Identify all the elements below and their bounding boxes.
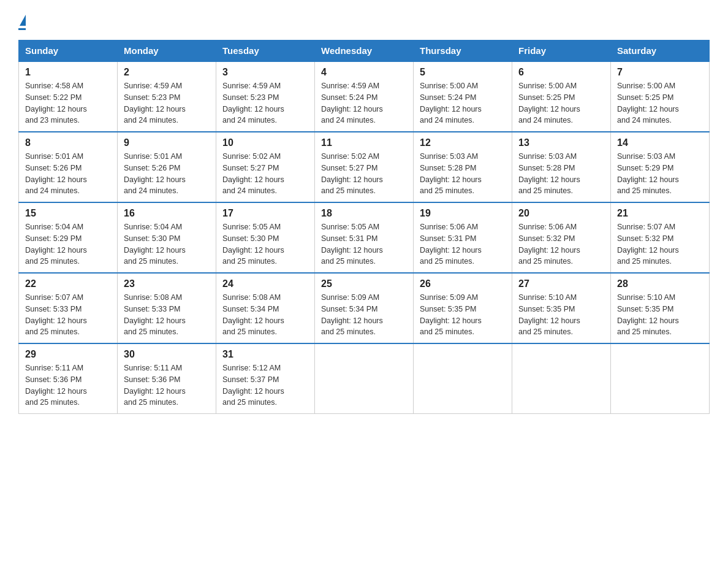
calendar-week-row: 22Sunrise: 5:07 AMSunset: 5:33 PMDayligh… <box>19 273 710 343</box>
day-number: 8 <box>25 137 111 148</box>
day-info: Sunrise: 5:11 AMSunset: 5:36 PMDaylight:… <box>25 362 111 408</box>
day-number: 1 <box>25 67 111 78</box>
calendar-day-cell: 6Sunrise: 5:00 AMSunset: 5:25 PMDaylight… <box>512 61 611 132</box>
day-info: Sunrise: 5:03 AMSunset: 5:29 PMDaylight:… <box>617 151 703 197</box>
calendar-day-cell: 4Sunrise: 4:59 AMSunset: 5:24 PMDaylight… <box>315 61 414 132</box>
day-info: Sunrise: 5:05 AMSunset: 5:30 PMDaylight:… <box>222 221 308 267</box>
day-number: 12 <box>420 137 506 148</box>
calendar-header-row: SundayMondayTuesdayWednesdayThursdayFrid… <box>19 40 710 62</box>
day-info: Sunrise: 5:10 AMSunset: 5:35 PMDaylight:… <box>518 292 604 338</box>
logo-triangle-icon <box>20 15 26 26</box>
day-number: 9 <box>124 137 210 148</box>
day-info: Sunrise: 5:11 AMSunset: 5:36 PMDaylight:… <box>124 362 210 408</box>
calendar-day-cell: 14Sunrise: 5:03 AMSunset: 5:29 PMDayligh… <box>611 132 710 202</box>
calendar-day-cell: 29Sunrise: 5:11 AMSunset: 5:36 PMDayligh… <box>19 343 118 414</box>
day-info: Sunrise: 5:08 AMSunset: 5:33 PMDaylight:… <box>124 292 210 338</box>
calendar-day-cell: 12Sunrise: 5:03 AMSunset: 5:28 PMDayligh… <box>414 132 512 202</box>
day-info: Sunrise: 4:58 AMSunset: 5:22 PMDaylight:… <box>25 80 111 126</box>
day-number: 16 <box>124 208 210 219</box>
calendar-day-cell: 2Sunrise: 4:59 AMSunset: 5:23 PMDaylight… <box>118 61 216 132</box>
day-info: Sunrise: 5:02 AMSunset: 5:27 PMDaylight:… <box>321 151 407 197</box>
day-info: Sunrise: 5:02 AMSunset: 5:27 PMDaylight:… <box>222 151 308 197</box>
column-header-friday: Friday <box>512 40 611 62</box>
column-header-tuesday: Tuesday <box>216 40 315 62</box>
day-info: Sunrise: 5:03 AMSunset: 5:28 PMDaylight:… <box>420 151 506 197</box>
day-info: Sunrise: 5:09 AMSunset: 5:35 PMDaylight:… <box>420 292 506 338</box>
column-header-saturday: Saturday <box>611 40 710 62</box>
calendar-day-cell: 9Sunrise: 5:01 AMSunset: 5:26 PMDaylight… <box>118 132 216 202</box>
calendar-day-cell: 5Sunrise: 5:00 AMSunset: 5:24 PMDaylight… <box>414 61 512 132</box>
day-info: Sunrise: 5:06 AMSunset: 5:32 PMDaylight:… <box>518 221 604 267</box>
day-number: 25 <box>321 278 407 289</box>
day-number: 11 <box>321 137 407 148</box>
column-header-wednesday: Wednesday <box>315 40 414 62</box>
day-number: 20 <box>518 208 604 219</box>
calendar-day-cell <box>512 343 611 414</box>
day-info: Sunrise: 5:03 AMSunset: 5:28 PMDaylight:… <box>518 151 604 197</box>
calendar-day-cell: 13Sunrise: 5:03 AMSunset: 5:28 PMDayligh… <box>512 132 611 202</box>
day-info: Sunrise: 5:12 AMSunset: 5:37 PMDaylight:… <box>222 362 308 408</box>
day-number: 3 <box>222 67 308 78</box>
day-number: 31 <box>222 349 308 360</box>
logo-underline <box>18 28 26 30</box>
calendar-day-cell: 27Sunrise: 5:10 AMSunset: 5:35 PMDayligh… <box>512 273 611 343</box>
calendar-day-cell: 18Sunrise: 5:05 AMSunset: 5:31 PMDayligh… <box>315 202 414 273</box>
day-number: 29 <box>25 349 111 360</box>
day-info: Sunrise: 5:05 AMSunset: 5:31 PMDaylight:… <box>321 221 407 267</box>
calendar-day-cell: 19Sunrise: 5:06 AMSunset: 5:31 PMDayligh… <box>414 202 512 273</box>
day-number: 21 <box>617 208 703 219</box>
day-info: Sunrise: 5:06 AMSunset: 5:31 PMDaylight:… <box>420 221 506 267</box>
day-number: 18 <box>321 208 407 219</box>
calendar-day-cell: 25Sunrise: 5:09 AMSunset: 5:34 PMDayligh… <box>315 273 414 343</box>
day-number: 7 <box>617 67 703 78</box>
day-number: 2 <box>124 67 210 78</box>
calendar-day-cell: 11Sunrise: 5:02 AMSunset: 5:27 PMDayligh… <box>315 132 414 202</box>
day-info: Sunrise: 5:00 AMSunset: 5:25 PMDaylight:… <box>617 80 703 126</box>
day-number: 14 <box>617 137 703 148</box>
column-header-monday: Monday <box>118 40 216 62</box>
day-info: Sunrise: 5:00 AMSunset: 5:25 PMDaylight:… <box>518 80 604 126</box>
calendar-day-cell: 15Sunrise: 5:04 AMSunset: 5:29 PMDayligh… <box>19 202 118 273</box>
day-number: 17 <box>222 208 308 219</box>
day-number: 30 <box>124 349 210 360</box>
day-info: Sunrise: 5:00 AMSunset: 5:24 PMDaylight:… <box>420 80 506 126</box>
calendar-day-cell: 23Sunrise: 5:08 AMSunset: 5:33 PMDayligh… <box>118 273 216 343</box>
day-info: Sunrise: 4:59 AMSunset: 5:23 PMDaylight:… <box>124 80 210 126</box>
calendar-day-cell: 16Sunrise: 5:04 AMSunset: 5:30 PMDayligh… <box>118 202 216 273</box>
calendar-week-row: 15Sunrise: 5:04 AMSunset: 5:29 PMDayligh… <box>19 202 710 273</box>
day-info: Sunrise: 5:04 AMSunset: 5:29 PMDaylight:… <box>25 221 111 267</box>
day-number: 4 <box>321 67 407 78</box>
calendar-day-cell: 21Sunrise: 5:07 AMSunset: 5:32 PMDayligh… <box>611 202 710 273</box>
day-info: Sunrise: 5:10 AMSunset: 5:35 PMDaylight:… <box>617 292 703 338</box>
calendar-week-row: 8Sunrise: 5:01 AMSunset: 5:26 PMDaylight… <box>19 132 710 202</box>
column-header-thursday: Thursday <box>414 40 512 62</box>
calendar-day-cell: 31Sunrise: 5:12 AMSunset: 5:37 PMDayligh… <box>216 343 315 414</box>
calendar-day-cell <box>414 343 512 414</box>
day-info: Sunrise: 5:07 AMSunset: 5:33 PMDaylight:… <box>25 292 111 338</box>
day-info: Sunrise: 5:07 AMSunset: 5:32 PMDaylight:… <box>617 221 703 267</box>
day-info: Sunrise: 5:08 AMSunset: 5:34 PMDaylight:… <box>222 292 308 338</box>
day-number: 6 <box>518 67 604 78</box>
calendar-week-row: 1Sunrise: 4:58 AMSunset: 5:22 PMDaylight… <box>19 61 710 132</box>
day-number: 28 <box>617 278 703 289</box>
day-info: Sunrise: 5:04 AMSunset: 5:30 PMDaylight:… <box>124 221 210 267</box>
logo <box>18 15 26 30</box>
day-info: Sunrise: 4:59 AMSunset: 5:24 PMDaylight:… <box>321 80 407 126</box>
day-number: 13 <box>518 137 604 148</box>
day-number: 19 <box>420 208 506 219</box>
day-info: Sunrise: 5:09 AMSunset: 5:34 PMDaylight:… <box>321 292 407 338</box>
column-header-sunday: Sunday <box>19 40 118 62</box>
calendar-day-cell: 20Sunrise: 5:06 AMSunset: 5:32 PMDayligh… <box>512 202 611 273</box>
calendar-day-cell: 24Sunrise: 5:08 AMSunset: 5:34 PMDayligh… <box>216 273 315 343</box>
day-info: Sunrise: 5:01 AMSunset: 5:26 PMDaylight:… <box>124 151 210 197</box>
calendar-day-cell: 10Sunrise: 5:02 AMSunset: 5:27 PMDayligh… <box>216 132 315 202</box>
day-info: Sunrise: 5:01 AMSunset: 5:26 PMDaylight:… <box>25 151 111 197</box>
calendar-week-row: 29Sunrise: 5:11 AMSunset: 5:36 PMDayligh… <box>19 343 710 414</box>
day-number: 24 <box>222 278 308 289</box>
day-number: 22 <box>25 278 111 289</box>
calendar-day-cell <box>611 343 710 414</box>
calendar-day-cell <box>315 343 414 414</box>
day-number: 27 <box>518 278 604 289</box>
page-header <box>18 15 710 30</box>
calendar-day-cell: 1Sunrise: 4:58 AMSunset: 5:22 PMDaylight… <box>19 61 118 132</box>
